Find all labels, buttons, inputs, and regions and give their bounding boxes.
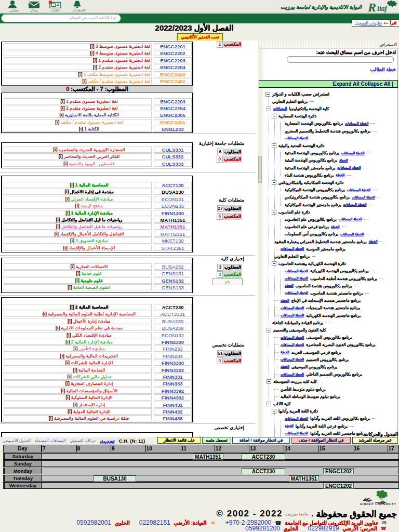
svg-text:R: R (367, 1, 376, 14)
svg-text:itaj: itaj (377, 5, 387, 12)
svg-text:BIRZEIT UNIVERSITY: BIRZEIT UNIVERSITY (360, 502, 396, 506)
